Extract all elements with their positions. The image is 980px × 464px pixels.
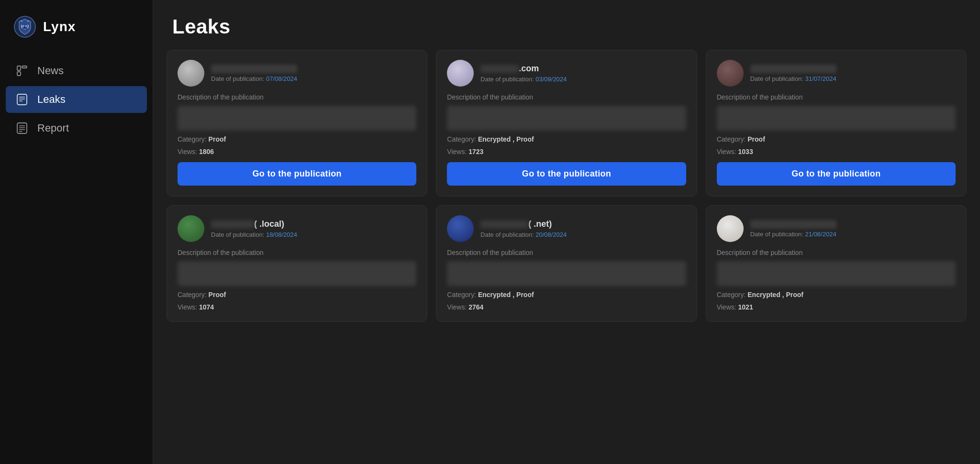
card-description-label: Description of the publication [447, 93, 686, 101]
card-views: Views: 1806 [178, 148, 416, 155]
card-category: Category: Proof [178, 291, 416, 298]
leak-card-6: Date of publication: 21/08/2024 Descript… [706, 205, 967, 322]
card-views: Views: 1021 [717, 303, 956, 311]
card-header-info: Date of publication: 21/08/2024 [750, 220, 836, 238]
card-description-content [447, 106, 686, 131]
sidebar-item-leaks[interactable]: Leaks [6, 86, 147, 113]
svg-rect-9 [17, 94, 27, 105]
main-content: Leaks Date of publication: 07/08/2024 De… [153, 0, 980, 464]
svg-point-4 [23, 26, 24, 27]
card-header-info: ( .local) Date of publication: 18/08/202… [211, 219, 297, 238]
nav-menu: News Leaks Report [0, 57, 153, 142]
card-date: Date of publication: 20/08/2024 [480, 231, 567, 238]
card-header: .com Date of publication: 03/09/2024 [447, 60, 686, 87]
card-date: Date of publication: 31/07/2024 [750, 75, 836, 82]
logo-area: Lynx [0, 0, 153, 57]
page-header: Leaks [153, 0, 980, 50]
card-name-row [211, 65, 297, 73]
sidebar-item-report[interactable]: Report [6, 115, 147, 142]
svg-rect-7 [17, 72, 21, 76]
card-avatar [717, 215, 744, 242]
card-description-content [717, 261, 956, 286]
card-description-label: Description of the publication [178, 249, 416, 256]
go-to-publication-button[interactable]: Go to the publication [178, 162, 416, 186]
leaks-icon [15, 93, 29, 106]
card-date-value: 31/07/2024 [805, 75, 836, 82]
svg-point-5 [26, 26, 27, 27]
card-date-value: 20/08/2024 [535, 231, 567, 238]
card-date-value: 03/09/2024 [535, 76, 567, 83]
card-date-value: 07/08/2024 [266, 75, 297, 82]
leak-card-2: .com Date of publication: 03/09/2024 Des… [436, 50, 697, 197]
card-date: Date of publication: 07/08/2024 [211, 75, 297, 82]
card-views: Views: 1723 [447, 148, 686, 155]
nav-label-leaks: Leaks [37, 93, 66, 106]
card-views: Views: 1074 [178, 303, 416, 311]
leaks-grid: Date of publication: 07/08/2024 Descript… [153, 50, 980, 464]
card-name-row [750, 65, 836, 73]
card-description-content [178, 261, 416, 286]
card-date: Date of publication: 03/09/2024 [480, 76, 567, 83]
lynx-logo-icon [13, 15, 36, 38]
card-date: Date of publication: 21/08/2024 [750, 231, 836, 238]
sidebar-item-news[interactable]: News [6, 57, 147, 84]
card-header: ( .local) Date of publication: 18/08/202… [178, 215, 416, 242]
card-header-info: .com Date of publication: 03/09/2024 [480, 64, 567, 83]
card-header-info: Date of publication: 07/08/2024 [211, 65, 297, 82]
card-category: Category: Encrypted , Proof [447, 291, 686, 298]
card-header: Date of publication: 21/08/2024 [717, 215, 956, 242]
card-views: Views: 1033 [717, 148, 956, 155]
card-header: Date of publication: 07/08/2024 [178, 60, 416, 87]
card-name-row: .com [480, 64, 567, 74]
card-description-label: Description of the publication [717, 249, 956, 256]
card-header-info: ( .net) Date of publication: 20/08/2024 [480, 219, 567, 238]
leak-card-3: Date of publication: 31/07/2024 Descript… [706, 50, 967, 197]
card-description-content [447, 261, 686, 286]
card-description-content [717, 106, 956, 131]
card-header-info: Date of publication: 31/07/2024 [750, 65, 836, 82]
card-views: Views: 2764 [447, 303, 686, 311]
logo-text: Lynx [43, 19, 76, 34]
report-icon [15, 122, 29, 135]
card-category: Category: Encrypted , Proof [447, 135, 686, 143]
nav-label-news: News [37, 65, 64, 77]
card-avatar [447, 215, 474, 242]
card-description-content [178, 106, 416, 131]
card-avatar [717, 60, 744, 87]
svg-rect-6 [17, 66, 21, 70]
leak-card-4: ( .local) Date of publication: 18/08/202… [167, 205, 427, 322]
go-to-publication-button[interactable]: Go to the publication [717, 162, 956, 186]
card-avatar [178, 60, 204, 87]
nav-label-report: Report [37, 122, 69, 134]
card-header: ( .net) Date of publication: 20/08/2024 [447, 215, 686, 242]
card-description-label: Description of the publication [717, 93, 956, 101]
card-date-value: 18/08/2024 [266, 231, 297, 238]
leak-card-1: Date of publication: 07/08/2024 Descript… [167, 50, 427, 197]
card-category: Category: Encrypted , Proof [717, 291, 956, 298]
card-name-row: ( .net) [480, 219, 567, 229]
leak-card-5: ( .net) Date of publication: 20/08/2024 … [436, 205, 697, 322]
card-description-label: Description of the publication [447, 249, 686, 256]
card-date: Date of publication: 18/08/2024 [211, 231, 297, 238]
card-description-label: Description of the publication [178, 93, 416, 101]
sidebar: Lynx News Leaks [0, 0, 153, 464]
card-header: Date of publication: 31/07/2024 [717, 60, 956, 87]
news-icon [15, 64, 29, 77]
card-category: Category: Proof [178, 135, 416, 143]
card-avatar [447, 60, 474, 87]
card-name-row [750, 220, 836, 229]
card-avatar [178, 215, 204, 242]
go-to-publication-button[interactable]: Go to the publication [447, 162, 686, 186]
card-category: Category: Proof [717, 135, 956, 143]
card-date-value: 21/08/2024 [805, 231, 836, 238]
page-title: Leaks [172, 15, 961, 38]
card-name-row: ( .local) [211, 219, 297, 229]
svg-rect-8 [22, 66, 27, 68]
